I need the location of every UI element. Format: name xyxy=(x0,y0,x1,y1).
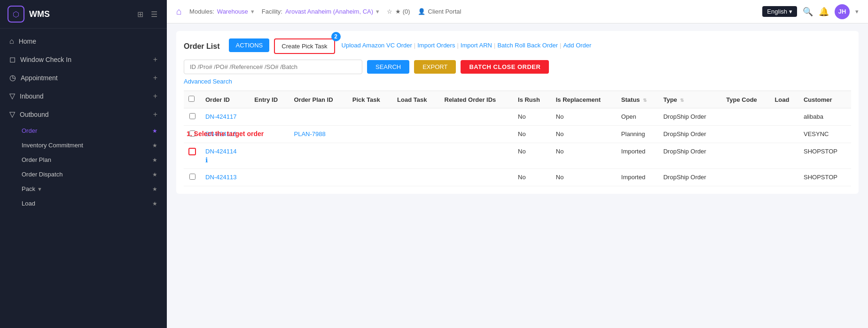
cell-order-plan-id-2 xyxy=(289,143,347,169)
add-order-link[interactable]: Add Order xyxy=(561,38,593,52)
client-portal-section[interactable]: 👤 Client Portal xyxy=(418,8,461,15)
facility-label: Facility: xyxy=(262,8,282,15)
home-topbar-icon[interactable]: ⌂ xyxy=(176,6,182,17)
search-input[interactable] xyxy=(184,60,362,74)
module-name[interactable]: Warehouse xyxy=(217,8,248,15)
batch-roll-back-link[interactable]: Batch Roll Back Order xyxy=(495,38,560,52)
cell-entry-id-3 xyxy=(250,169,289,186)
sidebar-item-appointment[interactable]: ◷ Appointment + xyxy=(0,69,167,87)
cell-related-order-ids-0 xyxy=(440,108,514,126)
actions-label: ACTIONS xyxy=(235,42,263,49)
order-star-icon[interactable]: ★ xyxy=(152,128,157,134)
sidebar-item-pack[interactable]: Pack ▼ ★ xyxy=(0,182,167,196)
cell-order-plan-id-1: PLAN-7988 xyxy=(289,126,347,143)
cell-is-rush-2: No xyxy=(513,143,551,169)
import-arn-link[interactable]: Import ARN xyxy=(459,38,494,52)
row-checkbox-0[interactable] xyxy=(189,113,195,119)
sidebar-item-inventory-commitment[interactable]: Inventory Commitment ★ xyxy=(0,138,167,153)
export-button[interactable]: EXPORT xyxy=(414,60,456,74)
cell-customer-1: VESYNC xyxy=(799,126,851,143)
modules-section: Modules: Warehouse ▾ xyxy=(189,8,254,15)
advanced-search-link[interactable]: Advanced Search xyxy=(184,78,232,85)
sidebar-item-window-check-in[interactable]: ◻ Window Check In + xyxy=(0,50,167,69)
cell-is-replacement-1: No xyxy=(551,126,617,143)
cell-order-id-0: DN-424117 xyxy=(201,108,250,126)
main-content: ⌂ Modules: Warehouse ▾ Facility: Arovast… xyxy=(167,0,868,328)
row-checkbox-3[interactable] xyxy=(189,174,195,180)
user-avatar[interactable]: JH xyxy=(835,4,850,19)
sidebar-item-order[interactable]: Order ★ xyxy=(0,123,167,138)
cell-is-rush-3: No xyxy=(513,169,551,186)
cell-customer-3: SHOPSTOP xyxy=(799,169,851,186)
cell-load-0 xyxy=(770,108,799,126)
sidebar-item-home[interactable]: ⌂ Home xyxy=(0,32,167,50)
upload-amazon-vc-link[interactable]: Upload Amazon VC Order xyxy=(340,38,414,52)
order-dispatch-star-icon[interactable]: ★ xyxy=(152,171,157,178)
pack-star-icon[interactable]: ★ xyxy=(152,186,157,192)
avatar-chevron-icon[interactable]: ▾ xyxy=(855,8,859,15)
facility-section: Facility: Arovast Anaheim (Anaheim, CA) … xyxy=(262,8,379,15)
row-checkbox-2[interactable] xyxy=(188,148,196,155)
sidebar-nav: ⌂ Home ◻ Window Check In + ◷ Appointment… xyxy=(0,29,167,214)
sidebar-logo: ⬡ xyxy=(8,6,24,23)
menu-icon-button[interactable]: ☰ xyxy=(149,8,159,21)
row-checkbox-cell xyxy=(184,108,201,126)
language-chevron-icon: ▾ xyxy=(789,8,792,15)
sidebar-item-outbound[interactable]: ▽ Outbound + xyxy=(0,105,167,123)
sidebar-title: WMS xyxy=(29,9,50,19)
cell-is-rush-0: No xyxy=(513,108,551,126)
topbar-bell-icon[interactable]: 🔔 xyxy=(819,7,829,17)
search-button[interactable]: SEARCH xyxy=(367,60,409,74)
table-body: DN-424117 No No Open DropShip Order alib… xyxy=(184,108,851,186)
avatar-initials: JH xyxy=(838,8,846,15)
sidebar-item-load[interactable]: Load ★ xyxy=(0,196,167,211)
client-portal-icon: 👤 xyxy=(418,8,425,15)
cell-is-rush-1: No xyxy=(513,126,551,143)
cell-related-order-ids-2 xyxy=(440,143,514,169)
step1-label: 1. Select the target order xyxy=(187,130,264,137)
select-all-checkbox[interactable] xyxy=(188,96,195,102)
topbar-search-icon[interactable]: 🔍 xyxy=(803,7,813,17)
col-pick-task: Pick Task xyxy=(348,91,392,108)
type-sort-icon: ⇅ xyxy=(680,98,684,103)
language-label: English xyxy=(767,8,787,15)
col-customer: Customer xyxy=(799,91,851,108)
batch-close-order-button[interactable]: BATCH CLOSE ORDER xyxy=(461,60,549,74)
language-selector[interactable]: English ▾ xyxy=(762,6,797,17)
cell-pick-task-0 xyxy=(348,108,392,126)
load-star-icon[interactable]: ★ xyxy=(152,200,157,207)
import-orders-link[interactable]: Import Orders xyxy=(415,38,457,52)
actions-button[interactable]: ACTIONS xyxy=(229,38,269,52)
inbound-arrow-icon: ▽ xyxy=(9,92,15,100)
table-header: Order ID Entry ID Order Plan ID Pick Tas… xyxy=(184,91,851,108)
order-plan-link-1[interactable]: PLAN-7988 xyxy=(294,130,343,137)
sidebar-item-order-plan[interactable]: Order Plan ★ xyxy=(0,153,167,167)
order-id-link-0[interactable]: DN-424117 xyxy=(205,113,245,120)
sidebar-item-order-dispatch[interactable]: Order Dispatch ★ xyxy=(0,167,167,182)
order-id-link-3[interactable]: DN-424113 xyxy=(205,174,245,181)
client-portal-label: Client Portal xyxy=(428,8,461,15)
window-checkin-icon: ◻ xyxy=(9,55,16,64)
export-button-label: EXPORT xyxy=(422,63,447,70)
facility-name[interactable]: Arovast Anaheim (Anaheim, CA) xyxy=(285,8,373,15)
cell-type-code-2 xyxy=(721,143,770,169)
row-checkbox-cell xyxy=(184,143,201,169)
batch-close-order-label: BATCH CLOSE ORDER xyxy=(469,63,540,70)
inventory-commitment-star-icon[interactable]: ★ xyxy=(152,142,157,149)
cell-customer-0: alibaba xyxy=(799,108,851,126)
sidebar-item-inbound[interactable]: ▽ Inbound + xyxy=(0,87,167,105)
sidebar-item-order-dispatch-label: Order Dispatch xyxy=(22,171,63,178)
table-row: DN-424117 No No Open DropShip Order alib… xyxy=(184,108,851,126)
order-plan-star-icon[interactable]: ★ xyxy=(152,157,157,163)
order-id-link-2[interactable]: DN-424114 xyxy=(205,148,245,155)
col-status: Status ⇅ xyxy=(617,91,659,108)
favorites-section[interactable]: ☆ ★ (0) xyxy=(387,8,410,15)
sidebar-item-home-label: Home xyxy=(19,38,36,45)
module-chevron-icon: ▾ xyxy=(251,8,254,15)
grid-icon-button[interactable]: ⊞ xyxy=(135,8,145,21)
cell-status-2: Imported xyxy=(617,143,659,169)
cell-pick-task-1 xyxy=(348,126,392,143)
create-pick-task-button[interactable]: Create Pick Task xyxy=(274,38,335,54)
col-type: Type ⇅ xyxy=(658,91,721,108)
cell-load-task-1 xyxy=(392,126,439,143)
